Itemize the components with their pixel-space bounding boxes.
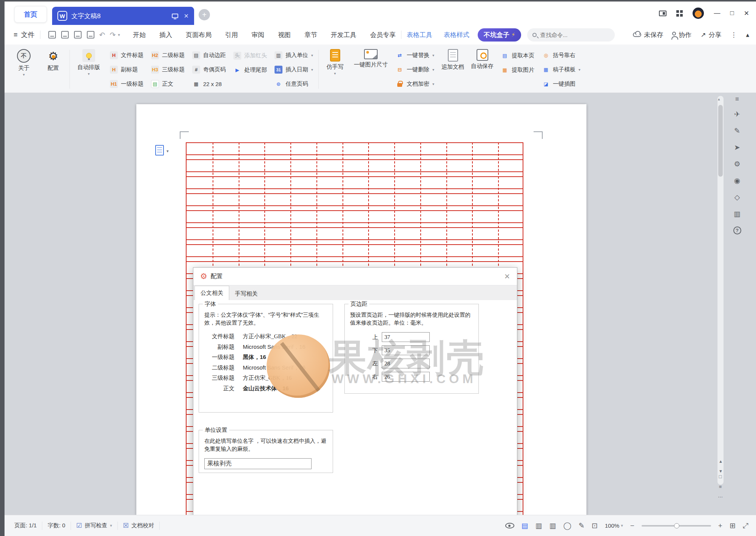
any-page-number-button[interactable]: ⊙任意页码: [271, 77, 317, 91]
handwriting-button[interactable]: 仿手写 ▾: [320, 48, 350, 91]
margin-left-input[interactable]: [382, 359, 430, 368]
prev-page-icon[interactable]: ▲: [719, 459, 723, 464]
layout-toggle-icon[interactable]: [659, 11, 667, 16]
zoom-out-icon[interactable]: −: [630, 522, 634, 530]
minimize-button[interactable]: —: [714, 9, 720, 17]
menu-section[interactable]: 章节: [304, 31, 317, 39]
onekey-figure-button[interactable]: ◪一键插图: [538, 77, 584, 91]
tab-official-doc[interactable]: 公文相关: [194, 286, 229, 300]
insert-unit-button[interactable]: ▥插入单位▾: [271, 48, 317, 63]
redo-icon[interactable]: ↷: [110, 31, 116, 39]
shapes-icon[interactable]: ◇: [730, 189, 744, 205]
more-options-icon[interactable]: ⋮: [730, 31, 737, 39]
collapse-ribbon-icon[interactable]: ▴: [746, 31, 749, 39]
autosave-button[interactable]: 自动保存: [467, 48, 497, 91]
more-tools-icon[interactable]: ⋯: [718, 494, 723, 500]
zoom-level-button[interactable]: 100% ▾: [605, 522, 623, 529]
menu-devtools[interactable]: 开发工具: [331, 31, 356, 39]
collaborate-button[interactable]: 协作: [672, 31, 691, 39]
encrypt-doc-button[interactable]: 文档加密▾: [392, 77, 438, 91]
multi-page-view-icon[interactable]: ▥: [535, 521, 542, 530]
menu-table-style[interactable]: 表格样式: [444, 31, 469, 39]
print-layout-view-icon[interactable]: ▤: [521, 521, 528, 530]
share-button[interactable]: ↗ 分享: [700, 31, 721, 39]
print-icon[interactable]: [74, 31, 82, 39]
stamp-icon[interactable]: ◉: [730, 172, 744, 189]
image-size-button[interactable]: 一键图片尺寸: [350, 48, 392, 91]
ink-pen-icon[interactable]: ✎: [579, 521, 585, 530]
apps-grid-icon[interactable]: [676, 10, 683, 17]
subtitle-button[interactable]: H副标题: [106, 63, 147, 77]
tab-close-icon[interactable]: ✕: [184, 12, 189, 20]
share-plane-icon[interactable]: ✈: [730, 106, 744, 122]
extract-image-button[interactable]: ▦提取图片: [497, 63, 538, 77]
spellcheck-button[interactable]: ☑ 拼写检查 ▾: [76, 522, 112, 530]
extract-page-button[interactable]: ▤提取本页: [497, 48, 538, 63]
dialog-close-icon[interactable]: ✕: [504, 272, 510, 281]
eye-protect-icon[interactable]: [505, 523, 514, 528]
new-tab-button[interactable]: +: [199, 9, 210, 20]
panel-menu-icon[interactable]: ≡: [735, 93, 739, 106]
print-preview-icon[interactable]: [87, 31, 94, 39]
fit-page-icon[interactable]: ⊡: [592, 521, 598, 530]
document-tab[interactable]: W 文字文稿8 ✕: [52, 7, 194, 25]
unit-name-input[interactable]: [204, 458, 312, 469]
append-doc-button[interactable]: 追加文档: [438, 48, 467, 91]
menu-insert[interactable]: 插入: [159, 31, 172, 39]
quickbar-dropdown-icon[interactable]: ▾: [118, 32, 120, 37]
onekey-delete-button[interactable]: ⊟一键删除▾: [392, 63, 438, 77]
web-layout-icon[interactable]: ◯: [563, 521, 571, 530]
menu-references[interactable]: 引用: [225, 31, 238, 39]
close-window-button[interactable]: ✕: [744, 9, 749, 17]
user-avatar[interactable]: [693, 8, 704, 19]
read-mode-icon[interactable]: ▥: [549, 521, 556, 530]
draft-template-button[interactable]: ▦稿子模板▾: [538, 63, 584, 77]
process-tail-button[interactable]: ▶处理尾部: [230, 63, 271, 77]
menu-home[interactable]: 开始: [133, 31, 146, 39]
insert-date-button[interactable]: 31插入日期▾: [271, 63, 317, 77]
home-tab[interactable]: 首页: [14, 6, 47, 23]
help-icon[interactable]: ?: [730, 222, 744, 239]
menu-page-layout[interactable]: 页面布局: [186, 31, 211, 39]
dialog-titlebar[interactable]: ⚙ 配置 ✕: [193, 268, 517, 285]
menu-review[interactable]: 审阅: [251, 31, 264, 39]
undo-icon[interactable]: ↶: [99, 31, 105, 39]
margin-top-input[interactable]: [382, 332, 430, 342]
zoom-slider[interactable]: [642, 525, 711, 527]
plugin-bukenghezi-button[interactable]: 不坑盒子 ⚡: [478, 28, 521, 42]
monitor-icon[interactable]: [172, 14, 178, 18]
heading2-button[interactable]: H2二级标题: [147, 48, 188, 63]
search-input[interactable]: [540, 32, 600, 38]
expand-icon[interactable]: ⤢: [743, 522, 748, 530]
bracket-right-button[interactable]: ◎括号靠右: [538, 48, 584, 63]
menu-table-tools[interactable]: 表格工具: [407, 31, 432, 39]
chevron-down-icon[interactable]: ▾: [167, 149, 169, 154]
onekey-replace-button[interactable]: ⇄一键替换▾: [392, 48, 438, 63]
edit-pen-icon[interactable]: ✎: [730, 122, 744, 139]
scroll-up-icon[interactable]: ▴: [718, 97, 720, 102]
select-cursor-icon[interactable]: ➤: [730, 139, 744, 156]
vertical-scrollbar[interactable]: ▴: [717, 96, 724, 485]
export-icon[interactable]: [61, 31, 69, 39]
file-menu[interactable]: ≡ 文件: [14, 30, 35, 39]
body-text-button[interactable]: ▤正文: [147, 77, 188, 91]
save-status[interactable]: 未保存: [633, 31, 663, 39]
next-page-icon[interactable]: ▼: [719, 469, 723, 473]
reader-book-icon[interactable]: ▥: [730, 205, 744, 222]
grid-22x28-button[interactable]: ▦22 x 28: [188, 77, 230, 91]
command-search[interactable]: [527, 28, 615, 42]
odd-even-page-button[interactable]: #奇偶页码: [188, 63, 230, 77]
page-settings-icon[interactable]: [155, 145, 164, 156]
heading1-button[interactable]: H1一级标题: [106, 77, 147, 91]
doc-title-button[interactable]: H文件标题: [106, 48, 147, 63]
menu-membership[interactable]: 会员专享: [370, 31, 396, 39]
outline-view-icon[interactable]: ≡: [719, 484, 722, 490]
fullscreen-icon[interactable]: ⊞: [730, 521, 736, 530]
adjust-settings-icon[interactable]: ⚙: [730, 156, 744, 172]
maximize-button[interactable]: □: [730, 9, 734, 17]
margin-bottom-input[interactable]: [382, 345, 430, 355]
about-button[interactable]: 不 关于 ▾: [9, 48, 39, 91]
tab-handwriting[interactable]: 手写相关: [229, 288, 263, 300]
zoom-slider-thumb[interactable]: [674, 523, 679, 528]
menu-view[interactable]: 视图: [278, 31, 291, 39]
